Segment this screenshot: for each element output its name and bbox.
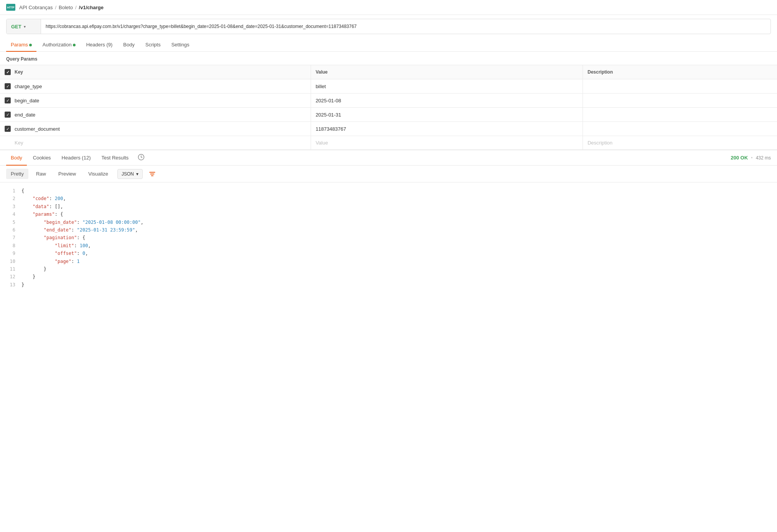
- json-line: 2 "code": 200,: [6, 195, 771, 202]
- tab-authorization[interactable]: Authorization: [38, 38, 80, 51]
- row2-key[interactable]: ✓ begin_date: [0, 94, 311, 108]
- row1-key[interactable]: ✓ charge_type: [0, 79, 311, 94]
- status-separator: •: [751, 155, 753, 161]
- json-line: 1{: [6, 187, 771, 195]
- empty-value[interactable]: Value: [311, 136, 583, 150]
- url-input[interactable]: [41, 24, 770, 29]
- fmt-tab-visualize[interactable]: Visualize: [84, 169, 113, 179]
- resp-tab-headers[interactable]: Headers (12): [57, 150, 95, 165]
- row1-checkbox[interactable]: ✓: [5, 83, 11, 89]
- json-line: 9 "offset": 0,: [6, 250, 771, 257]
- fmt-tab-raw[interactable]: Raw: [31, 169, 51, 179]
- resp-tab-cookies[interactable]: Cookies: [28, 150, 56, 165]
- col-header-desc: Description: [583, 65, 777, 79]
- row3-desc: [583, 108, 777, 122]
- breadcrumb-current: /v1/charge: [79, 5, 104, 10]
- fmt-tab-preview[interactable]: Preview: [54, 169, 81, 179]
- history-icon[interactable]: [135, 151, 148, 165]
- row2-value[interactable]: 2025-01-08: [311, 94, 583, 108]
- response-tabs: Body Cookies Headers (12) Test Results 2…: [0, 150, 777, 166]
- table-row: ✓ end_date 2025-01-31: [0, 108, 777, 122]
- json-line: 3 "data": [],: [6, 203, 771, 210]
- resp-tab-body[interactable]: Body: [6, 150, 27, 165]
- row2-checkbox[interactable]: ✓: [5, 97, 11, 103]
- request-tabs: Params Authorization Headers (9) Body Sc…: [0, 38, 777, 52]
- status-time: 432 ms: [756, 155, 771, 161]
- auth-dot: [73, 44, 76, 46]
- table-row: ✓ charge_type billet: [0, 79, 777, 94]
- fmt-tab-pretty[interactable]: Pretty: [6, 169, 28, 179]
- json-line: 11 }: [6, 265, 771, 273]
- row3-checkbox[interactable]: ✓: [5, 112, 11, 118]
- tab-settings[interactable]: Settings: [167, 38, 194, 51]
- params-table: ✓ Key Value Description ✓ charge_type bi…: [0, 65, 777, 150]
- table-row: ✓ customer_document 11873483767: [0, 122, 777, 136]
- format-select[interactable]: JSON ▾: [117, 169, 143, 179]
- col-header-key: ✓ Key: [0, 65, 311, 79]
- json-line: 12 }: [6, 273, 771, 281]
- empty-desc: Description: [583, 136, 777, 150]
- row4-checkbox[interactable]: ✓: [5, 126, 11, 132]
- query-params-label: Query Params: [0, 52, 777, 65]
- response-status: 200 OK • 432 ms: [731, 155, 771, 161]
- json-line: 6 "end_date": "2025-01-31 23:59:59",: [6, 226, 771, 234]
- params-dot: [29, 44, 32, 46]
- filter-icon[interactable]: [146, 169, 159, 179]
- url-bar: GET ▾: [6, 19, 771, 34]
- status-ok-label: 200 OK: [731, 155, 748, 161]
- row4-key[interactable]: ✓ customer_document: [0, 122, 311, 136]
- json-output: 1{2 "code": 200,3 "data": [],4 "params":…: [0, 182, 777, 293]
- resp-tab-test-results[interactable]: Test Results: [97, 150, 133, 165]
- table-row: ✓ begin_date 2025-01-08: [0, 94, 777, 108]
- row4-value[interactable]: 11873483767: [311, 122, 583, 136]
- json-line: 8 "limit": 100,: [6, 242, 771, 250]
- json-line: 13}: [6, 281, 771, 289]
- breadcrumb-boleto[interactable]: Boleto: [59, 5, 73, 10]
- breadcrumb-api[interactable]: API Cobranças: [19, 5, 53, 10]
- col-header-value: Value: [311, 65, 583, 79]
- tab-headers[interactable]: Headers (9): [82, 38, 117, 51]
- json-line: 10 "page": 1: [6, 258, 771, 265]
- json-line: 4 "params": {: [6, 210, 771, 218]
- method-label: GET: [11, 24, 21, 30]
- table-row-empty: Key Value Description: [0, 136, 777, 150]
- row3-key[interactable]: ✓ end_date: [0, 108, 311, 122]
- response-toolbar: Pretty Raw Preview Visualize JSON ▾: [0, 166, 777, 182]
- chevron-down-icon: ▾: [24, 25, 26, 29]
- chevron-down-icon: ▾: [136, 171, 138, 177]
- row2-desc: [583, 94, 777, 108]
- breadcrumb-sep-2: /: [75, 5, 77, 10]
- breadcrumb-sep-1: /: [55, 5, 56, 10]
- tab-body[interactable]: Body: [119, 38, 139, 51]
- header-checkbox[interactable]: ✓: [5, 69, 11, 75]
- json-line: 7 "pagination": {: [6, 234, 771, 241]
- tab-scripts[interactable]: Scripts: [141, 38, 165, 51]
- json-line: 5 "begin_date": "2025-01-08 00:00:00",: [6, 218, 771, 226]
- row1-value[interactable]: billet: [311, 79, 583, 94]
- row1-desc: [583, 79, 777, 94]
- http-icon: HTTP: [6, 4, 15, 11]
- row3-value[interactable]: 2025-01-31: [311, 108, 583, 122]
- tab-params[interactable]: Params: [6, 38, 36, 51]
- row4-desc: [583, 122, 777, 136]
- empty-key[interactable]: Key: [0, 136, 311, 150]
- breadcrumb: HTTP API Cobranças / Boleto / /v1/charge: [0, 0, 777, 15]
- method-select[interactable]: GET ▾: [7, 19, 41, 34]
